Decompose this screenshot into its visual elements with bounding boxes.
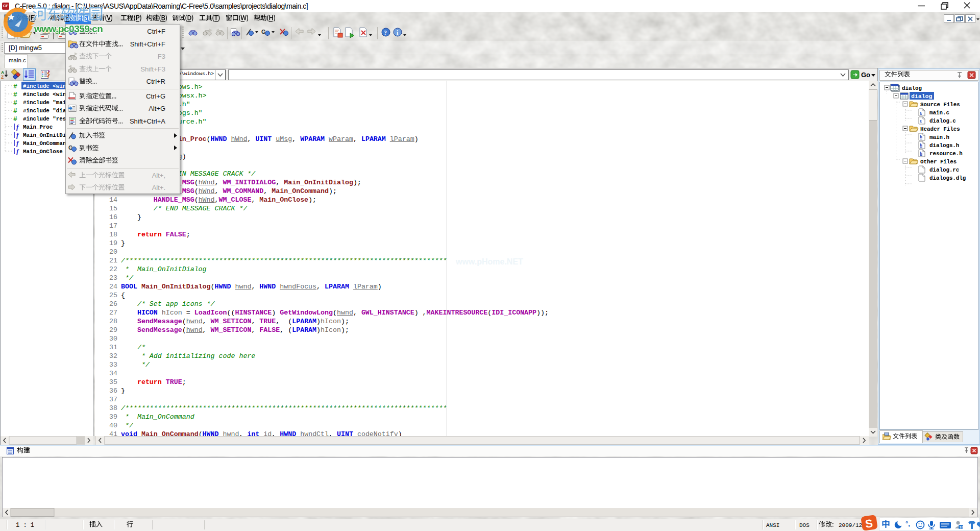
svg-text:www.pc0359.cn: www.pc0359.cn [34,23,103,34]
svg-text:Main_Proc: Main_Proc [23,124,53,130]
svg-text:Go: Go [861,71,870,79]
svg-text:f: f [16,139,19,147]
svg-text:10: 10 [960,525,964,529]
svg-text:#: # [13,83,17,90]
svg-text:Main_OnCommand: Main_OnCommand [23,140,69,147]
svg-text:#: # [13,91,17,99]
svg-text:f: f [16,131,19,139]
svg-text:#: # [13,99,17,107]
svg-text:°,: °, [905,520,910,527]
svg-text:Z: Z [1,75,4,80]
svg-text:f: f [16,148,19,155]
svg-text:f: f [16,123,19,131]
svg-text:Main_OnClose: Main_OnClose [23,149,63,155]
svg-text:#: # [13,107,17,115]
svg-text:?: ? [384,29,387,36]
svg-text:#: # [13,115,17,123]
